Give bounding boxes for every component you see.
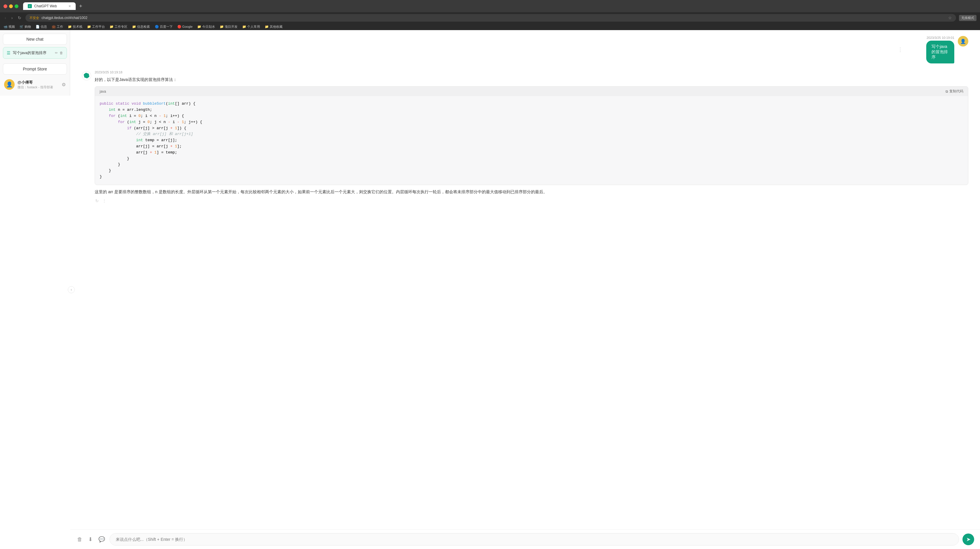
- app: New chat ☰ 写个java的冒泡排序 ✏ 🗑 Prompt Store …: [0, 30, 980, 549]
- code-content: public static void bubbleSort(int[] arr)…: [95, 96, 968, 185]
- back-button[interactable]: ‹: [3, 15, 7, 21]
- user-avatar: 👤: [4, 79, 14, 90]
- sidebar: New chat ☰ 写个java的冒泡排序 ✏ 🗑 Prompt Store …: [0, 30, 70, 96]
- code-language-label: java: [100, 89, 106, 94]
- browser-chrome: C ChatGPT Web ✕ +: [0, 0, 980, 12]
- code-header: java ⧉ 复制代码: [95, 86, 968, 96]
- url-text: chatgpt.itedus.cn/#/chat/1002: [41, 16, 946, 20]
- user-subtitle: 微信：fustack - 指导部著: [18, 85, 59, 89]
- assistant-timestamp: 2023/3/25 10:19:18: [95, 70, 968, 74]
- sidebar-wrapper: New chat ☰ 写个java的冒泡排序 ✏ 🗑 Prompt Store …: [0, 30, 70, 549]
- copy-label: 复制代码: [949, 89, 963, 94]
- address-bar: ‹ › ↻ 不安全 chatgpt.itedus.cn/#/chat/1002 …: [0, 12, 980, 23]
- chat-area: ⋮ 2023/3/25 10:19:01 写个java的冒泡排序 👤 2023/…: [70, 30, 980, 530]
- forward-button[interactable]: ›: [10, 15, 14, 21]
- user-name: @小傅哥: [18, 80, 59, 85]
- send-button[interactable]: ➤: [963, 533, 974, 545]
- settings-icon[interactable]: ⚙: [62, 82, 66, 88]
- chat-input[interactable]: [110, 533, 959, 546]
- maximize-traffic-light[interactable]: [14, 5, 18, 8]
- user-message-bubble: 写个java的冒泡排序: [926, 41, 954, 64]
- bookmark-技术栈[interactable]: 📁 技术栈: [68, 24, 83, 29]
- chat-item-text: 写个java的冒泡排序: [13, 50, 52, 56]
- security-indicator: 不安全: [30, 16, 39, 20]
- tab-bar: C ChatGPT Web ✕ +: [23, 2, 977, 10]
- more-options-button[interactable]: ⋮: [102, 198, 107, 204]
- url-bar[interactable]: 不安全 chatgpt.itedus.cn/#/chat/1002 ☆: [25, 14, 956, 22]
- explanation-text: 这里的 arr 是要排序的整数数组，n 是数组的长度。外层循环从第一个元素开始，…: [95, 188, 968, 196]
- main-content: ⋮ 2023/3/25 10:19:01 写个java的冒泡排序 👤 2023/…: [70, 30, 980, 549]
- bookmark-视频[interactable]: 📹 视频: [3, 24, 15, 29]
- traffic-lights: [3, 5, 18, 8]
- bookmark-Google[interactable]: 🔴 Google: [177, 24, 193, 29]
- collapse-sidebar-button[interactable]: ‹: [68, 286, 75, 293]
- share-button[interactable]: 💬: [97, 535, 106, 544]
- download-button[interactable]: ⬇: [87, 535, 94, 544]
- user-info: @小傅哥 微信：fustack - 指导部著: [18, 80, 59, 89]
- active-tab[interactable]: C ChatGPT Web ✕: [23, 2, 76, 10]
- edit-chat-icon[interactable]: ✏: [55, 51, 58, 55]
- bookmark-工作专区[interactable]: 📁 工作专区: [110, 24, 127, 29]
- chat-history-item-0[interactable]: ☰ 写个java的冒泡排序 ✏ 🗑: [3, 47, 67, 59]
- regenerate-button[interactable]: ↻: [95, 198, 99, 204]
- tab-title: ChatGPT Web: [34, 4, 57, 8]
- address-bar-right: 无痕模式: [959, 15, 977, 21]
- copy-code-button[interactable]: ⧉ 复制代码: [945, 89, 963, 94]
- bookmark-工作[interactable]: 💼 工作: [52, 24, 63, 29]
- tab-close-button[interactable]: ✕: [68, 5, 71, 8]
- user-message-container: ⋮ 2023/3/25 10:19:01 写个java的冒泡排序 👤: [82, 36, 968, 64]
- bookmark-star[interactable]: ☆: [948, 16, 952, 20]
- user-avatar-in-chat: 👤: [958, 36, 968, 46]
- assistant-message-container: 2023/3/25 10:19:18 好的，以下是Java语言实现的冒泡排序算法…: [82, 70, 968, 204]
- assistant-intro-text: 好的，以下是Java语言实现的冒泡排序算法：: [95, 76, 968, 83]
- input-area: 🗑 ⬇ 💬 ➤: [70, 530, 980, 549]
- clear-button[interactable]: 🗑: [76, 535, 84, 544]
- tab-favicon: C: [28, 4, 32, 8]
- chat-item-icon: ☰: [7, 51, 11, 55]
- new-chat-button[interactable]: New chat: [3, 34, 67, 45]
- prompt-store-button[interactable]: Prompt Store: [3, 64, 67, 75]
- code-block: java ⧉ 复制代码 public static void bubbleSor…: [95, 86, 968, 185]
- bookmark-工作平台[interactable]: 📁 工作平台: [87, 24, 105, 29]
- bookmark-项目开发[interactable]: 📁 项目开发: [220, 24, 237, 29]
- reload-button[interactable]: ↻: [17, 15, 22, 21]
- bookmark-购物[interactable]: 🛒 购物: [19, 24, 31, 29]
- input-toolbar: 🗑 ⬇ 💬 ➤: [76, 533, 974, 546]
- user-message-wrapper: 2023/3/25 10:19:01 写个java的冒泡排序: [908, 36, 954, 64]
- send-icon: ➤: [966, 536, 970, 543]
- user-profile: 👤 @小傅哥 微信：fustack - 指导部著 ⚙: [3, 77, 67, 92]
- assistant-content: 2023/3/25 10:19:18 好的，以下是Java语言实现的冒泡排序算法…: [95, 70, 968, 204]
- user-message-more-options[interactable]: ⋮: [896, 45, 904, 54]
- chat-item-actions: ✏ 🗑: [55, 51, 63, 55]
- assistant-logo: [82, 71, 91, 80]
- bookmark-信息[interactable]: 📄 信息: [36, 24, 47, 29]
- bookmark-今日划水[interactable]: 📁 今日划水: [197, 24, 215, 29]
- new-tab-button[interactable]: +: [78, 3, 84, 10]
- close-traffic-light[interactable]: [3, 5, 7, 8]
- bookmark-百度一下[interactable]: 🔵 百度一下: [155, 24, 173, 29]
- delete-chat-icon[interactable]: 🗑: [60, 51, 63, 55]
- minimize-traffic-light[interactable]: [9, 5, 13, 8]
- user-message-timestamp: 2023/3/25 10:19:01: [926, 36, 954, 40]
- bookmark-信息检索[interactable]: 📁 信息检索: [132, 24, 150, 29]
- bookmark-其他收藏[interactable]: 📁 其他收藏: [265, 24, 283, 29]
- message-actions: ↻ ⋮: [95, 198, 968, 204]
- copy-icon: ⧉: [945, 89, 948, 94]
- bookmark-个人常用[interactable]: 📁 个人常用: [242, 24, 260, 29]
- bookmarks-bar: 📹 视频 🛒 购物 📄 信息 💼 工作 📁 技术栈 📁 工作平台 📁 工作专区 …: [0, 23, 980, 30]
- profile-button[interactable]: 无痕模式: [959, 15, 977, 21]
